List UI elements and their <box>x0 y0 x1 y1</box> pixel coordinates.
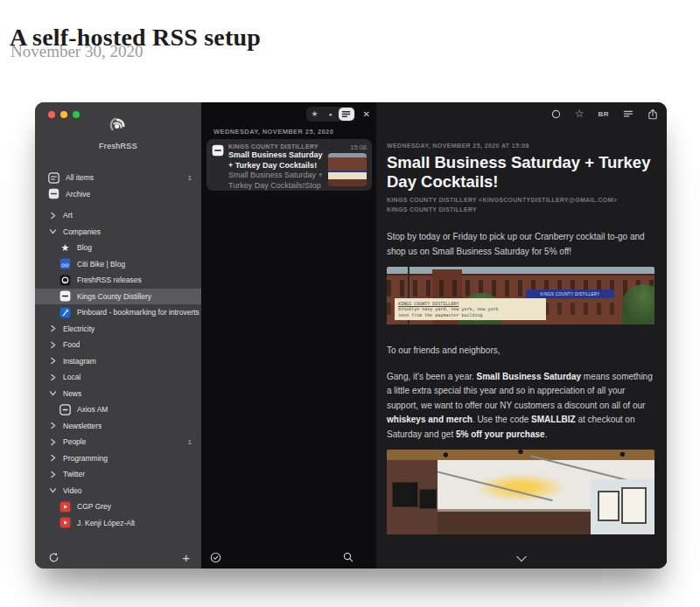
close-icon[interactable]: ✕ <box>363 109 370 119</box>
sidebar-item-video[interactable]: Video <box>35 483 201 499</box>
sidebar-item-label: All items <box>66 173 94 182</box>
article-time: 15:08 <box>350 143 367 151</box>
chevron-down-icon[interactable] <box>48 387 57 399</box>
sidebar-item-label: Local <box>63 373 80 381</box>
feed-favicon-icon <box>212 143 224 186</box>
sidebar: FreshRSS All items1ArchiveArtCompanies★B… <box>35 102 201 569</box>
sidebar-item-programming[interactable]: Programming <box>35 450 201 467</box>
sidebar-item-freshrss-releases[interactable]: FreshRSS releases <box>35 272 201 289</box>
chevron-down-icon[interactable] <box>515 555 528 562</box>
sidebar-item-all-items[interactable]: All items1 <box>35 170 201 186</box>
sidebar-item-people[interactable]: People1 <box>35 434 201 450</box>
sidebar-item-label: Food <box>63 340 80 349</box>
article-dateline: WEDNESDAY, NOVEMBER 25, 2020 AT 15:08 <box>387 143 654 149</box>
article-feed-label: KINGS COUNTY DISTILLERY <box>387 206 654 215</box>
sidebar-item-pinboard[interactable]: Pinboard - bookmarking for introverts <box>35 304 201 321</box>
article-paragraph: Stop by today or Friday to pick up our C… <box>387 230 654 259</box>
article-paragraph: To our friends and neighbors, <box>387 344 654 359</box>
sidebar-item-newsletters[interactable]: Newsletters <box>35 418 201 435</box>
chevron-down-icon[interactable] <box>48 226 57 237</box>
starred-filter-icon[interactable]: ★ <box>307 108 323 121</box>
reader-pane: ☆ BR WEDNESDAY, NOVEMBER 25, 2020 AT 15:… <box>376 102 667 569</box>
search-icon[interactable] <box>343 552 354 562</box>
article-paragraph: Gang, it's been a year. Small Business S… <box>387 370 654 443</box>
read-toggle-icon[interactable] <box>551 109 561 119</box>
sidebar-item-food[interactable]: Food <box>35 337 201 353</box>
list-toolbar: ★ ● ✕ <box>201 102 376 125</box>
sidebar-item-twitter[interactable]: Twitter <box>35 466 201 483</box>
article-list-column: ★ ● ✕ WEDNESDAY, NOVEMBER 25, 2020 KINGS… <box>201 102 376 569</box>
photo-caption-label: KINGS COUNTY DISTILLERY brooklyn navy ya… <box>395 298 546 321</box>
mark-all-read-icon[interactable] <box>210 552 221 563</box>
article-list-item[interactable]: KINGS COUNTY DISTILLERY Small Business S… <box>206 139 372 191</box>
sidebar-item-kenji[interactable]: J. Kenji López-Alt <box>35 515 201 532</box>
star-icon: ★ <box>60 242 71 254</box>
chevron-right-icon[interactable] <box>48 210 57 221</box>
sidebar-item-kings-county-distillery[interactable]: Kings County Distillery <box>35 289 201 305</box>
add-subscription-button[interactable]: + <box>182 551 190 564</box>
chevron-right-icon[interactable] <box>48 469 57 480</box>
youtube-icon <box>60 501 71 513</box>
chevron-right-icon[interactable] <box>48 339 57 351</box>
share-icon[interactable] <box>648 108 658 120</box>
article-title: Small Business Saturday + Turkey Day Coc… <box>228 150 324 171</box>
page-date: November 30, 2020 <box>10 42 143 61</box>
article-preview: Small Business Saturday + Turkey Day Coc… <box>228 171 324 191</box>
chevron-right-icon[interactable] <box>48 323 57 334</box>
sidebar-item-label: Blog <box>77 243 92 252</box>
sidebar-item-label: Programming <box>63 454 108 463</box>
unread-filter-icon[interactable]: ● <box>323 108 339 121</box>
sidebar-item-instagram[interactable]: Instagram <box>35 353 201 370</box>
sidebar-item-citi-bike[interactable]: Citi Bike | Blog <box>35 256 201 273</box>
article-thumbnail <box>328 153 367 186</box>
sidebar-item-label: Kings County Distillery <box>77 292 151 301</box>
sidebar-item-art[interactable]: Art <box>35 207 201 224</box>
sidebar-item-label: Archive <box>66 190 90 199</box>
sidebar-item-archive[interactable]: Archive <box>35 186 201 203</box>
kcd-icon <box>60 290 71 302</box>
rss-reader-window: FreshRSS All items1ArchiveArtCompanies★B… <box>35 102 667 569</box>
sidebar-item-news[interactable]: News <box>35 386 201 402</box>
all-filter-icon[interactable] <box>339 108 354 121</box>
sidebar-item-label: Electricity <box>63 324 94 333</box>
freshrss-logo-icon <box>107 114 130 136</box>
chevron-right-icon[interactable] <box>48 355 57 366</box>
chevron-right-icon[interactable] <box>48 452 57 464</box>
article-content: WEDNESDAY, NOVEMBER 25, 2020 AT 15:08 Sm… <box>376 125 667 534</box>
all-items-icon <box>48 172 60 184</box>
youtube-icon <box>60 517 71 528</box>
chevron-down-icon[interactable] <box>48 485 57 496</box>
article-author: KINGS COUNTY DISTILLERY <KINGSCOUNTYDIST… <box>387 196 654 206</box>
axios-icon <box>60 404 71 415</box>
filter-segmented-control: ★ ● <box>306 107 355 122</box>
sidebar-item-local[interactable]: Local <box>35 369 201 386</box>
sidebar-item-label: People <box>63 437 86 446</box>
star-icon[interactable]: ☆ <box>575 108 584 120</box>
chevron-right-icon[interactable] <box>48 436 57 448</box>
chevron-right-icon[interactable] <box>48 372 57 383</box>
list-footer <box>201 546 376 569</box>
sidebar-footer: + <box>35 546 201 569</box>
refresh-icon[interactable] <box>48 552 60 563</box>
reader-footer <box>376 549 667 569</box>
reader-toolbar: ☆ BR <box>376 102 667 125</box>
sidebar-item-label: Citi Bike | Blog <box>77 260 125 269</box>
chevron-right-icon[interactable] <box>48 420 57 431</box>
sidebar-item-axios-am[interactable]: Axios AM <box>35 401 201 418</box>
sidebar-item-electricity[interactable]: Electricity <box>35 321 201 338</box>
sidebar-item-companies[interactable]: Companies <box>35 224 201 241</box>
sidebar-item-label: FreshRSS releases <box>77 276 142 284</box>
list-section-header: WEDNESDAY, NOVEMBER 25, 2020 <box>201 125 376 136</box>
sidebar-item-blog[interactable]: ★Blog <box>35 240 201 256</box>
sidebar-nav: All items1ArchiveArtCompanies★BlogCiti B… <box>35 170 201 531</box>
bionic-reading-icon[interactable]: BR <box>598 110 609 118</box>
article-feed-name: KINGS COUNTY DISTILLERY <box>228 143 324 150</box>
sidebar-item-label: J. Kenji López-Alt <box>77 519 135 527</box>
building-sign: KINGS COUNTY DISTILLERY <box>526 290 614 298</box>
sidebar-item-label: Pinboard - bookmarking for introverts <box>77 308 200 317</box>
sidebar-item-label: Newsletters <box>63 422 102 430</box>
sidebar-item-label: Axios AM <box>77 405 108 414</box>
sidebar-item-cgp-grey[interactable]: CGP Grey <box>35 499 201 515</box>
article-summary: KINGS COUNTY DISTILLERY Small Business S… <box>228 143 324 186</box>
text-settings-icon[interactable] <box>623 109 634 119</box>
